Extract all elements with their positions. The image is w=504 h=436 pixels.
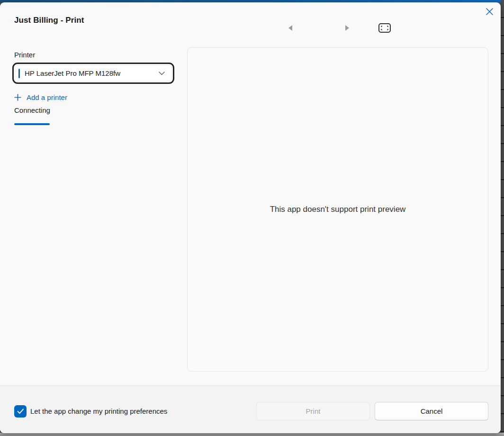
printer-dropdown[interactable]: HP LaserJet Pro MFP M128fw	[12, 63, 174, 84]
printer-dropdown-field[interactable]: HP LaserJet Pro MFP M128fw	[15, 65, 172, 82]
page-title: Just Billing - Print	[14, 16, 84, 25]
background-app-bottom-edge	[0, 433, 504, 436]
next-page-button[interactable]	[340, 20, 355, 36]
selection-indicator	[18, 69, 20, 78]
cancel-button[interactable]: Cancel	[375, 402, 488, 420]
fit-to-page-icon	[378, 23, 391, 33]
preferences-checkbox-label: Let the app change my printing preferenc…	[30, 407, 167, 415]
progress-fill	[14, 123, 50, 125]
add-printer-button[interactable]: Add a printer	[14, 92, 67, 102]
fit-to-page-button[interactable]	[377, 20, 392, 36]
print-button[interactable]: Print	[256, 402, 370, 420]
printer-status: Connecting	[14, 106, 50, 114]
print-dialog: Just Billing - Print Printer HP Laser	[0, 2, 501, 433]
printer-dropdown-value: HP LaserJet Pro MFP M128fw	[25, 69, 120, 77]
plus-icon	[14, 94, 21, 101]
check-icon	[17, 409, 24, 414]
chevron-down-icon	[159, 72, 165, 75]
printer-label: Printer	[14, 51, 35, 59]
preview-message: This app doesn't support print preview	[270, 205, 406, 214]
previous-page-icon	[288, 25, 292, 31]
close-icon	[486, 8, 494, 16]
background-app-right-edge	[501, 0, 504, 436]
preferences-checkbox[interactable]	[14, 405, 27, 418]
close-button[interactable]	[482, 4, 497, 19]
previous-page-button[interactable]	[283, 20, 298, 36]
next-page-icon	[345, 25, 349, 31]
print-preview-panel: This app doesn't support print preview	[187, 47, 488, 372]
connecting-progress-bar	[14, 123, 175, 125]
preferences-checkbox-row[interactable]: Let the app change my printing preferenc…	[14, 405, 167, 418]
footer-bar: Let the app change my printing preferenc…	[0, 385, 501, 433]
add-printer-label: Add a printer	[27, 93, 67, 101]
